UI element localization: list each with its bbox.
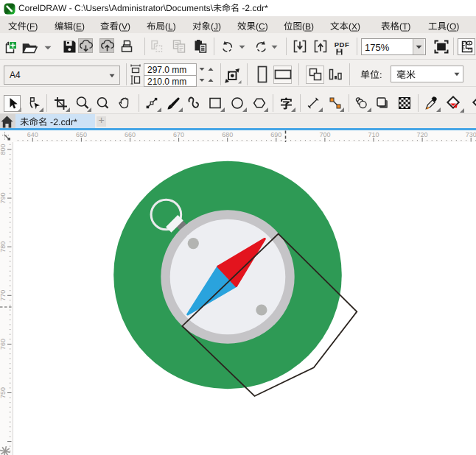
svg-text:660: 660 [125, 131, 136, 138]
svg-text:760: 760 [0, 339, 7, 350]
svg-text:800: 800 [0, 144, 7, 155]
svg-text:770: 770 [0, 290, 7, 301]
svg-text:750: 750 [0, 387, 7, 398]
svg-text:780: 780 [0, 241, 7, 253]
svg-text:790: 790 [0, 193, 7, 204]
svg-text:720: 720 [417, 131, 428, 138]
svg-text:670: 670 [173, 131, 184, 138]
svg-text:640: 640 [27, 131, 38, 138]
svg-text:650: 650 [76, 131, 87, 138]
svg-text:710: 710 [368, 131, 379, 138]
svg-text:680: 680 [222, 131, 233, 138]
svg-text:730: 730 [466, 131, 476, 138]
svg-text:690: 690 [270, 131, 281, 138]
svg-text:700: 700 [319, 131, 330, 138]
